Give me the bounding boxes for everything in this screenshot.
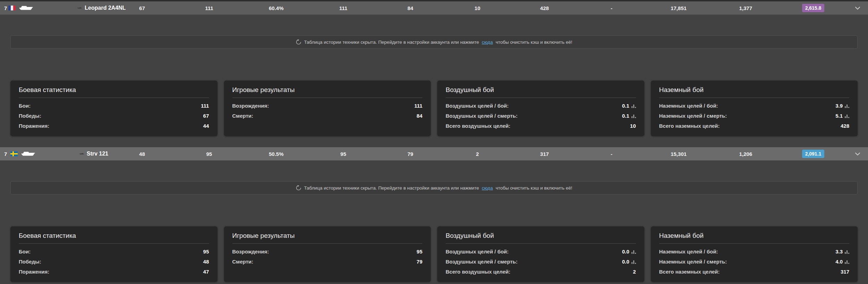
stat-row: Смерти: 79 — [232, 257, 423, 267]
mini-bar-chart-icon[interactable] — [845, 104, 849, 108]
card-battle-statistics: Боевая статистика Бои: 111 Победы: 67 По… — [10, 81, 217, 136]
stat-label: Возрождения: — [232, 101, 269, 111]
stat-label: Наземных целей / смерть: — [659, 257, 727, 267]
collapse-cell — [847, 5, 868, 11]
stat-cards-row: Боевая статистика Бои: 95 Победы: 48 Пор… — [10, 226, 858, 282]
stat-battles: 95 — [175, 151, 242, 157]
mini-bar-chart-icon[interactable] — [845, 250, 849, 254]
stat-label: Всего наземных целей: — [659, 267, 720, 277]
stat-deaths: 84 — [377, 5, 444, 11]
vehicle-class-icon — [77, 6, 82, 10]
stat-row: Всего наземных целей: 317 — [659, 267, 850, 277]
stat-row: Бои: 95 — [19, 247, 209, 257]
vehicle-rank: 7 — [4, 151, 9, 157]
vehicle-info-cell: 7 Strv 121 — [0, 151, 109, 157]
vehicle-row[interactable]: 7 Strv 121 48 95 50.5% 95 79 2 317 - 15,… — [0, 147, 868, 160]
stat-value: 3.9 — [835, 101, 849, 111]
stat-row: Возрождения: 111 — [232, 101, 423, 111]
stat-value: 0.0 — [622, 247, 636, 257]
vehicle-rank: 7 — [4, 5, 7, 11]
mini-bar-chart-icon[interactable] — [631, 114, 636, 118]
card-divider — [19, 243, 209, 244]
stat-ground-kills: 317 — [511, 151, 578, 157]
chevron-down-icon[interactable] — [855, 7, 860, 10]
stat-label: Смерти: — [232, 111, 253, 121]
card-title: Наземный бой — [659, 231, 850, 240]
stat-deaths: 79 — [377, 151, 444, 157]
vehicle-details-panel: Таблица истории техники скрыта. Перейдит… — [0, 160, 868, 282]
stat-row: Победы: 48 — [19, 257, 209, 267]
stat-label: Поражения: — [19, 267, 49, 277]
card-title: Воздушный бой — [446, 231, 636, 240]
chevron-down-icon[interactable] — [855, 152, 860, 156]
stat-label: Всего воздушных целей: — [446, 267, 510, 277]
stat-row: Возрождения: 95 — [232, 247, 423, 257]
card-battle-statistics: Боевая статистика Бои: 95 Победы: 48 Пор… — [10, 226, 217, 282]
flag-france-icon — [8, 6, 16, 10]
card-ground-battle: Наземный бой Наземных целей / бой: 3.3 Н… — [651, 226, 858, 282]
stat-value: 4.0 — [835, 257, 849, 267]
stat-label: Смерти: — [232, 257, 253, 267]
stat-battles: 111 — [175, 5, 242, 11]
vehicle-row[interactable]: 7 Leopard 2A4NL 67 111 60.4% 111 84 10 4… — [0, 1, 868, 15]
stat-label: Воздушных целей / бой: — [446, 247, 509, 257]
stat-number: 0.1 — [622, 101, 629, 111]
stat-number: 0.0 — [622, 257, 629, 267]
stat-row: Воздушных целей / смерть: 0.1 — [446, 111, 636, 121]
stat-col9: 15,301 — [645, 151, 712, 157]
stat-label: Наземных целей / бой: — [659, 101, 718, 111]
mini-bar-chart-icon[interactable] — [631, 260, 636, 264]
mini-bar-chart-icon[interactable] — [845, 114, 849, 118]
history-icon — [296, 39, 301, 45]
stat-value: 95 — [203, 247, 209, 257]
notice-text-before: Таблица истории техники скрыта. Перейдит… — [304, 40, 479, 45]
card-divider — [659, 243, 850, 244]
mini-bar-chart-icon[interactable] — [845, 260, 849, 264]
collapse-cell — [847, 151, 868, 157]
mini-bar-chart-icon[interactable] — [631, 250, 636, 254]
stat-wins: 48 — [109, 151, 175, 157]
stat-col9: 17,851 — [645, 5, 712, 11]
stat-label: Воздушных целей / смерть: — [446, 257, 517, 267]
stat-label: Бои: — [19, 101, 31, 111]
stat-number: 4.0 — [835, 257, 843, 267]
stat-spawns: 95 — [310, 151, 377, 157]
stat-number: 3.3 — [835, 247, 843, 257]
card-title: Воздушный бой — [446, 85, 636, 94]
stat-number: 3.9 — [835, 101, 843, 111]
stat-value: 44 — [203, 121, 209, 131]
rating-badge: 2,091.1 — [802, 150, 825, 158]
card-title: Боевая статистика — [19, 85, 209, 94]
clear-cache-link[interactable]: сюда — [482, 185, 493, 191]
stat-number: 0.1 — [622, 111, 629, 121]
tank-icon — [18, 5, 33, 11]
flag-sweden-icon — [10, 151, 18, 156]
stat-value: 3.3 — [835, 247, 849, 257]
stat-row: Наземных целей / бой: 3.9 — [659, 101, 850, 111]
notice-text-after: чтобы очистить кэш и включить её! — [496, 40, 572, 45]
card-divider — [232, 243, 423, 244]
stat-ground-kills: 428 — [511, 5, 578, 11]
stat-row: Всего наземных целей: 428 — [659, 121, 850, 131]
stat-value: 84 — [416, 111, 422, 121]
card-ground-battle: Наземный бой Наземных целей / бой: 3.9 Н… — [651, 81, 858, 136]
stat-col10: 1,206 — [712, 151, 779, 157]
stat-value: 67 — [203, 111, 209, 121]
stat-label: Победы: — [19, 111, 41, 121]
stat-value: 95 — [416, 247, 422, 257]
mini-bar-chart-icon[interactable] — [631, 104, 636, 108]
stat-air-kills: 2 — [444, 151, 511, 157]
clear-cache-link[interactable]: сюда — [482, 40, 493, 45]
stat-col10: 1,377 — [712, 5, 779, 11]
vehicle-class-icon — [79, 152, 84, 156]
rating-cell: 2,091.1 — [779, 150, 847, 158]
stat-row: Воздушных целей / смерть: 0.0 — [446, 257, 636, 267]
history-icon — [296, 185, 301, 191]
stat-value: 5.1 — [835, 111, 849, 121]
tank-icon — [20, 151, 35, 157]
stat-cards-row: Боевая статистика Бои: 111 Победы: 67 По… — [10, 81, 858, 136]
stat-value: 10 — [630, 121, 636, 131]
stat-value: 317 — [841, 267, 849, 277]
card-divider — [446, 98, 636, 98]
stat-row: Поражения: 47 — [19, 267, 209, 277]
